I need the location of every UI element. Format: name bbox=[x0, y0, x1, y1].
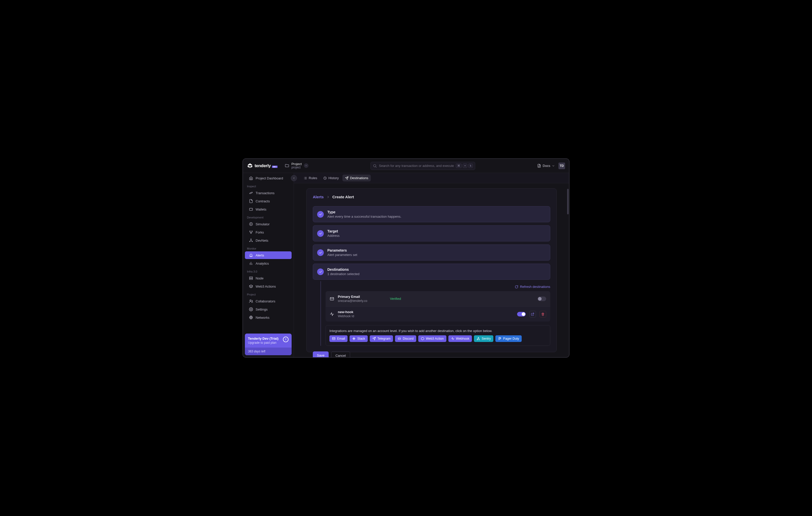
project-selector[interactable]: Project project bbox=[285, 162, 308, 169]
project-dropdown-toggle[interactable] bbox=[304, 163, 309, 168]
sidebar-item-wallets[interactable]: Wallets bbox=[245, 206, 292, 213]
sidebar-item-transactions[interactable]: Transactions bbox=[245, 189, 292, 197]
tab-rules[interactable]: Rules bbox=[301, 175, 320, 181]
svg-rect-10 bbox=[250, 278, 253, 280]
users-icon bbox=[249, 299, 253, 303]
sidebar-item-devnets[interactable]: DevNets bbox=[245, 237, 292, 244]
sidebar-collapse-button[interactable] bbox=[291, 175, 297, 181]
svg-point-2 bbox=[250, 222, 253, 225]
bar-chart-icon bbox=[249, 261, 253, 265]
step-target[interactable]: Target Address bbox=[313, 225, 550, 241]
verified-badge: Verified bbox=[390, 297, 401, 301]
home-icon bbox=[249, 176, 253, 180]
user-avatar[interactable]: TD bbox=[558, 162, 565, 169]
swap-icon bbox=[249, 191, 253, 195]
breadcrumb-alerts-link[interactable]: Alerts bbox=[313, 195, 324, 199]
discord-icon bbox=[398, 337, 401, 340]
brand-badge: DEV bbox=[272, 165, 278, 168]
search-shortcut: ⌘ + k bbox=[456, 163, 473, 168]
open-destination-button[interactable] bbox=[529, 311, 536, 317]
destination-row-webhook: new-hook Webhook Id bbox=[325, 306, 550, 322]
svg-point-22 bbox=[399, 338, 399, 339]
svg-point-23 bbox=[400, 338, 400, 339]
sidebar-item-node[interactable]: Node bbox=[245, 274, 292, 282]
add-pagerduty-button[interactable]: Pager Duty bbox=[495, 335, 522, 342]
svg-point-11 bbox=[250, 300, 251, 301]
list-icon bbox=[303, 176, 307, 180]
add-slack-button[interactable]: Slack bbox=[350, 335, 368, 342]
check-icon bbox=[317, 249, 324, 256]
sidebar-group-development: Development bbox=[243, 213, 294, 220]
check-icon bbox=[317, 269, 324, 275]
svg-rect-17 bbox=[353, 338, 354, 339]
upgrade-sub: Upgrade to paid plan bbox=[248, 341, 279, 344]
sidebar-item-simulator[interactable]: Simulator bbox=[245, 220, 292, 228]
file-icon bbox=[249, 199, 253, 203]
delete-destination-button[interactable] bbox=[540, 311, 546, 317]
brand-logo[interactable]: tenderly DEV bbox=[247, 163, 278, 169]
destination-toggle[interactable] bbox=[517, 312, 526, 316]
sidebar-group-infra: Infra 3.0 bbox=[243, 268, 294, 274]
tenderly-logo-icon bbox=[247, 163, 253, 169]
step-type[interactable]: Type Alert every time a successful trans… bbox=[313, 206, 550, 222]
global-search[interactable]: ⌘ + k bbox=[371, 162, 475, 170]
add-sentry-button[interactable]: Sentry bbox=[474, 335, 493, 342]
cube-icon bbox=[421, 337, 425, 340]
step-parameters[interactable]: Parameters Alert parameters set bbox=[313, 244, 550, 261]
destinations-panel: Refresh destinations Primary Email sneza… bbox=[320, 281, 550, 346]
svg-rect-18 bbox=[354, 338, 355, 339]
topbar: tenderly DEV Project project ⌘ + k bbox=[243, 159, 569, 173]
trash-icon bbox=[541, 312, 545, 316]
activity-icon bbox=[330, 312, 334, 316]
tab-destinations[interactable]: Destinations bbox=[342, 175, 371, 181]
integrations-box: Integrations are managed on an account l… bbox=[325, 325, 550, 346]
add-discord-button[interactable]: Discord bbox=[395, 335, 416, 342]
sidebar-item-dashboard[interactable]: Project Dashboard bbox=[245, 174, 292, 182]
sidebar-item-web3actions[interactable]: Web3 Actions bbox=[245, 282, 292, 290]
step-destinations[interactable]: Destinations 1 destination selected bbox=[313, 264, 550, 280]
cancel-button[interactable]: Cancel bbox=[331, 352, 350, 357]
server-icon bbox=[249, 276, 253, 280]
sidebar-item-contracts[interactable]: Contracts bbox=[245, 197, 292, 205]
play-circle-icon bbox=[249, 222, 253, 226]
project-label: Project bbox=[291, 162, 301, 166]
app-frame: tenderly DEV Project project ⌘ + k bbox=[242, 158, 570, 358]
integrations-message: Integrations are managed on an account l… bbox=[329, 329, 546, 333]
main-content: Rules History Destinations Ale bbox=[294, 173, 569, 357]
sidebar-item-settings[interactable]: Settings bbox=[245, 305, 292, 313]
sidebar-item-networks[interactable]: Networks bbox=[245, 314, 292, 321]
pagerduty-icon bbox=[498, 337, 501, 340]
breadcrumb-current: Create Alert bbox=[332, 195, 354, 199]
chevron-down-icon bbox=[552, 164, 555, 168]
bell-icon bbox=[249, 253, 253, 257]
tab-history[interactable]: History bbox=[321, 175, 341, 181]
network-icon bbox=[249, 238, 253, 242]
sidebar-item-alerts[interactable]: Alerts bbox=[245, 251, 292, 259]
create-alert-card: Alerts Create Alert Type Alert every tim… bbox=[307, 188, 557, 352]
svg-point-12 bbox=[251, 309, 252, 310]
svg-rect-19 bbox=[354, 337, 354, 338]
save-button[interactable]: Save bbox=[313, 352, 329, 357]
svg-rect-21 bbox=[398, 338, 401, 340]
gear-icon bbox=[249, 307, 253, 311]
add-telegram-button[interactable]: Telegram bbox=[370, 335, 393, 342]
fork-icon bbox=[249, 230, 253, 234]
search-input[interactable] bbox=[379, 164, 454, 168]
scrollbar[interactable] bbox=[567, 189, 569, 214]
destination-row-email: Primary Email snezana@tenderly.co Verifi… bbox=[325, 291, 550, 306]
add-webhook-button[interactable]: Webhook bbox=[448, 335, 472, 342]
send-icon bbox=[345, 176, 349, 180]
sidebar-item-collaborators[interactable]: Collaborators bbox=[245, 297, 292, 305]
docs-link[interactable]: Docs bbox=[537, 164, 555, 168]
sidebar-item-analytics[interactable]: Analytics bbox=[245, 260, 292, 267]
sidebar-item-forks[interactable]: Forks bbox=[245, 229, 292, 236]
sidebar-group-inspect: Inspect bbox=[243, 182, 294, 189]
add-web3action-button[interactable]: Web3 Action bbox=[418, 335, 446, 342]
destination-toggle[interactable] bbox=[538, 297, 546, 301]
add-email-button[interactable]: Email bbox=[329, 335, 348, 342]
globe-icon bbox=[249, 315, 253, 320]
sidebar-group-monitor: Monitor bbox=[243, 244, 294, 251]
upgrade-card[interactable]: Tenderly Dev (Trial) Upgrade to paid pla… bbox=[245, 334, 292, 355]
svg-rect-1 bbox=[250, 208, 253, 211]
refresh-destinations-link[interactable]: Refresh destinations bbox=[515, 285, 550, 289]
